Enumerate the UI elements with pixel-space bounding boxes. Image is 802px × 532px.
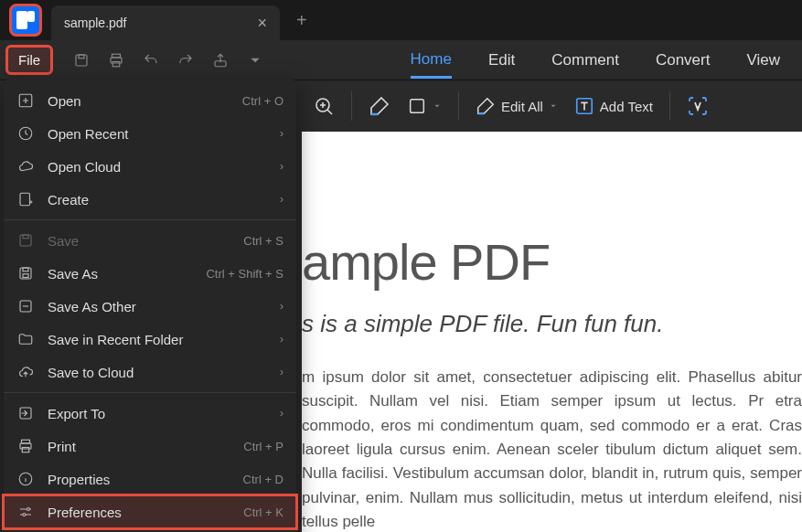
menu-open-cloud[interactable]: Open Cloud ›	[4, 150, 296, 183]
redo-icon[interactable]	[170, 45, 201, 76]
document-viewport[interactable]: ample PDF s is a simple PDF file. Fun fu…	[302, 132, 802, 532]
svg-rect-16	[23, 274, 28, 278]
sliders-icon	[16, 503, 35, 521]
file-plus-icon	[16, 190, 35, 208]
cloud-up-icon	[16, 363, 35, 381]
share-icon[interactable]	[205, 45, 236, 76]
info-icon	[16, 470, 35, 488]
edit-all-button[interactable]: Edit All	[476, 96, 558, 116]
menu-preferences[interactable]: Preferences Ctrl + K	[4, 495, 296, 528]
svg-rect-4	[112, 61, 120, 66]
chevron-right-icon: ›	[280, 300, 283, 313]
svg-rect-7	[411, 100, 424, 113]
export-icon	[16, 404, 35, 422]
file-menu-button[interactable]: File	[7, 47, 51, 73]
menu-properties[interactable]: Properties Ctrl + D	[4, 463, 296, 495]
menu-save-to-cloud[interactable]: Save to Cloud ›	[4, 356, 296, 388]
svg-point-24	[23, 514, 26, 516]
print-icon[interactable]	[101, 45, 132, 76]
menu-save: Save Ctrl + S	[4, 224, 296, 257]
menu-save-label: Save	[48, 233, 230, 249]
menu-open-label: Open	[48, 93, 230, 109]
menu-print-shortcut: Ctrl + P	[243, 440, 283, 453]
zoom-in-button[interactable]	[313, 95, 335, 117]
chevron-right-icon: ›	[280, 366, 283, 378]
svg-rect-11	[20, 193, 30, 206]
menu-create[interactable]: Create ›	[4, 183, 296, 216]
menu-save-as-label: Save As	[48, 266, 193, 282]
menu-open-recent[interactable]: Open Recent ›	[4, 117, 296, 150]
cloud-icon	[16, 157, 35, 176]
chevron-right-icon: ›	[280, 407, 283, 420]
dropdown-icon[interactable]	[240, 45, 271, 76]
save-as-icon	[16, 264, 35, 282]
menu-save-as[interactable]: Save As Ctrl + Shift + S	[4, 257, 296, 290]
menu-create-label: Create	[48, 192, 267, 207]
print-icon	[16, 437, 35, 455]
menu-print[interactable]: Print Ctrl + P	[4, 430, 296, 463]
menu-preferences-shortcut: Ctrl + K	[243, 505, 283, 519]
file-menu: Open Ctrl + O Open Recent › Open Cloud ›…	[4, 79, 296, 532]
nav-convert[interactable]: Convert	[656, 44, 711, 77]
svg-rect-12	[20, 235, 31, 246]
menu-export-to[interactable]: Export To ›	[4, 397, 296, 430]
save-other-icon	[16, 297, 35, 315]
highlight-button[interactable]	[369, 95, 390, 117]
menu-separator	[4, 392, 296, 393]
menu-properties-shortcut: Ctrl + D	[243, 473, 283, 486]
menu-open-shortcut: Ctrl + O	[242, 94, 283, 108]
chevron-right-icon: ›	[280, 333, 283, 346]
document-heading: ample PDF	[302, 232, 802, 292]
close-tab-icon[interactable]: ×	[257, 14, 267, 33]
svg-rect-0	[76, 55, 87, 66]
undo-icon[interactable]	[135, 45, 166, 76]
menu-save-to-cloud-label: Save to Cloud	[48, 365, 267, 380]
nav-home[interactable]: Home	[411, 43, 452, 79]
svg-rect-13	[23, 235, 28, 239]
menu-print-label: Print	[48, 439, 230, 454]
svg-rect-1	[79, 55, 84, 59]
svg-rect-21	[22, 448, 29, 452]
svg-point-23	[27, 508, 30, 511]
save-icon[interactable]	[66, 45, 97, 76]
add-text-label: Add Text	[600, 99, 653, 114]
document-body: m ipsum dolor sit amet, consectetuer adi…	[302, 366, 802, 532]
chevron-right-icon: ›	[280, 160, 283, 173]
titlebar: sample.pdf × +	[0, 0, 802, 40]
chevron-right-icon: ›	[280, 127, 283, 140]
menu-open-recent-label: Open Recent	[48, 126, 267, 142]
menu-open-cloud-label: Open Cloud	[48, 159, 267, 175]
nav-edit[interactable]: Edit	[488, 44, 515, 77]
nav-view[interactable]: View	[746, 44, 780, 77]
menu-save-shortcut: Ctrl + S	[243, 234, 283, 248]
add-text-button[interactable]: Add Text	[574, 96, 653, 116]
document-tab[interactable]: sample.pdf ×	[51, 5, 280, 40]
plus-square-icon	[16, 91, 35, 110]
new-tab-button[interactable]: +	[280, 10, 324, 31]
menu-properties-label: Properties	[48, 472, 230, 487]
save-icon	[16, 231, 35, 250]
nav-comment[interactable]: Comment	[551, 44, 619, 77]
chevron-right-icon: ›	[280, 193, 283, 206]
tab-title: sample.pdf	[64, 16, 126, 30]
menu-open[interactable]: Open Ctrl + O	[4, 84, 296, 117]
top-navigation: Home Edit Comment Convert View	[389, 40, 802, 80]
menu-save-as-other-label: Save As Other	[48, 299, 267, 314]
menu-separator	[4, 219, 296, 220]
menu-save-as-other[interactable]: Save As Other ›	[4, 290, 296, 323]
edit-all-label: Edit All	[501, 99, 543, 114]
folder-icon	[16, 330, 35, 348]
menu-preferences-label: Preferences	[48, 505, 230, 520]
app-logo-icon[interactable]	[11, 5, 40, 35]
ocr-button[interactable]	[687, 95, 709, 117]
svg-rect-15	[23, 268, 28, 271]
document-subheading: s is a simple PDF file. Fun fun fun.	[302, 310, 802, 338]
shape-button[interactable]	[407, 96, 442, 116]
secondary-toolbar: Edit All Add Text	[302, 80, 720, 132]
menu-save-recent-folder-label: Save in Recent Folder	[48, 332, 267, 347]
menu-save-recent-folder[interactable]: Save in Recent Folder ›	[4, 323, 296, 356]
menu-export-to-label: Export To	[48, 406, 267, 421]
menu-save-as-shortcut: Ctrl + Shift + S	[206, 267, 283, 281]
clock-icon	[16, 124, 35, 143]
